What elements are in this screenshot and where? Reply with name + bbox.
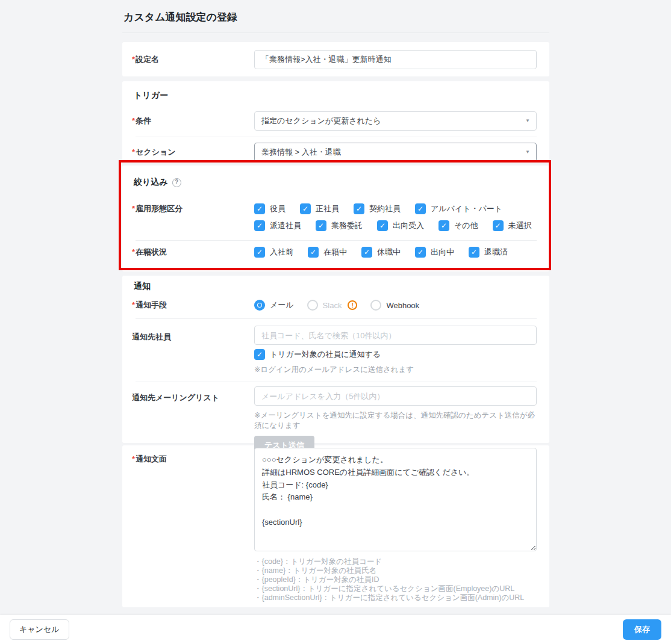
cancel-button[interactable]: キャンセル [10, 619, 69, 640]
checkbox-item[interactable]: ✓入社前 [254, 247, 293, 258]
recipient-employee-label: 通知先社員 [132, 326, 254, 342]
enrollment-checkbox-row: ✓入社前 ✓在籍中 ✓休職中 ✓出向中 ✓退職済 [254, 247, 537, 258]
form-content: カスタム通知設定の登録 *設定名 トリガー *条件 指定のセクションが更新された… [122, 0, 549, 607]
placeholder-legend: ・{code}：トリガー対象の社員コード ・{name}：トリガー対象の社員氏名… [254, 557, 537, 602]
checkbox-item[interactable]: ✓出向受入 [377, 220, 424, 231]
checkbox-label: 退職済 [484, 247, 508, 258]
page-title: カスタム通知設定の登録 [122, 0, 549, 24]
recipient-employee-search-input[interactable] [254, 326, 537, 345]
warning-icon: ! [348, 300, 357, 310]
checkbox-item[interactable]: ✓休職中 [361, 247, 401, 258]
checkbox-item[interactable]: ✓アルバイト・パート [415, 203, 502, 214]
mailing-list-input[interactable] [254, 386, 537, 406]
checkbox-checked-icon: ✓ [415, 203, 426, 214]
enrollment-status-label: *在籍状況 [132, 247, 254, 258]
condition-row: *条件 指定のセクションが更新されたら ▼ [122, 111, 549, 131]
checkbox-item[interactable]: ✓在籍中 [308, 247, 347, 258]
checkbox-checked-icon: ✓ [254, 349, 265, 360]
notification-heading: 通知 [122, 276, 549, 292]
employment-checkbox-row-2: ✓派遣社員 ✓業務委託 ✓出向受入 ✓その他 ✓未選択 [254, 220, 537, 231]
checkbox-checked-icon: ✓ [308, 247, 319, 258]
message-textarea[interactable]: ○○○セクションが変更されました。 詳細はHRMOS COREの社員詳細画面にて… [254, 448, 537, 551]
filter-card: 絞り込み ? *雇用形態区分 ✓役員 ✓正社員 ✓契約社員 ✓アルバイト・パート… [122, 166, 549, 271]
employment-type-label: *雇用形態区分 [132, 203, 254, 214]
save-button[interactable]: 保存 [623, 619, 661, 640]
checkbox-checked-icon: ✓ [415, 247, 426, 258]
required-mark: * [132, 147, 135, 156]
required-mark: * [132, 55, 135, 64]
required-mark: * [132, 247, 135, 256]
checkbox-checked-icon: ✓ [254, 203, 265, 214]
checkbox-label: 役員 [270, 203, 286, 214]
checkbox-checked-icon: ✓ [493, 220, 504, 231]
radio-dot [258, 303, 261, 307]
setting-name-input[interactable] [254, 50, 537, 69]
legend-item: ・{adminSectionUrl}：トリガーに指定されているセクション画面(A… [254, 593, 537, 602]
section-select[interactable]: 業務情報 > 入社・退職 ▼ [254, 143, 537, 162]
checkbox-item[interactable]: ✓業務委託 [316, 220, 363, 231]
legend-item: ・{name}：トリガー対象の社員氏名 [254, 566, 537, 575]
condition-select[interactable]: 指定のセクションが更新されたら ▼ [254, 111, 537, 131]
checkbox-label: その他 [454, 220, 478, 231]
divider [136, 382, 537, 382]
section-label: *セクション [132, 147, 254, 158]
radio-unselected-icon [370, 300, 381, 311]
checkbox-checked-icon: ✓ [316, 220, 326, 231]
checkbox-label: 契約社員 [369, 203, 401, 214]
checkbox-checked-icon: ✓ [377, 220, 388, 231]
mailing-list-note: ※メーリングリストを通知先に設定する場合は、通知先確認のためテスト送信が必須にな… [254, 410, 537, 431]
radio-mail[interactable]: メール [254, 300, 294, 311]
legend-item: ・{code}：トリガー対象の社員コード [254, 557, 537, 566]
radio-selected-icon [254, 300, 265, 311]
trigger-card: トリガー *条件 指定のセクションが更新されたら ▼ *セクション 業務情報 >… [122, 81, 549, 163]
checkbox-item[interactable]: ✓未選択 [493, 220, 532, 231]
checkbox-label: 出向受入 [393, 220, 424, 231]
checkbox-label: 派遣社員 [270, 220, 301, 231]
checkbox-label: 業務委託 [331, 220, 363, 231]
checkbox-item[interactable]: ✓出向中 [415, 247, 454, 258]
checkbox-checked-icon: ✓ [469, 247, 479, 258]
checkbox-item[interactable]: ✓その他 [438, 220, 478, 231]
checkbox-checked-icon: ✓ [254, 247, 265, 258]
legend-item: ・{sectionUrl}：トリガーに指定されているセクション画面(Employ… [254, 584, 537, 593]
required-mark: * [132, 454, 135, 463]
recipient-employee-row: 通知先社員 ✓ トリガー対象の社員に通知する ※ログイン用のメールアドレスに送信… [122, 326, 549, 375]
checkbox-checked-icon: ✓ [438, 220, 449, 231]
divider [122, 33, 549, 33]
checkbox-item[interactable]: ✓退職済 [469, 247, 508, 258]
enrollment-status-row: *在籍状況 ✓入社前 ✓在籍中 ✓休職中 ✓出向中 ✓退職済 [122, 247, 549, 258]
checkbox-checked-icon: ✓ [300, 203, 311, 214]
filter-heading: 絞り込み ? [122, 166, 549, 188]
checkbox-label: アルバイト・パート [431, 203, 502, 214]
checkbox-checked-icon: ✓ [361, 247, 372, 258]
radio-label: メール [270, 300, 294, 311]
notify-method-radio-group: メール Slack ! Webhook [254, 300, 537, 311]
setting-name-card: *設定名 [122, 42, 549, 76]
section-row: *セクション 業務情報 > 入社・退職 ▼ [122, 143, 549, 162]
mailing-list-row: 通知先メーリングリスト ※メーリングリストを通知先に設定する場合は、通知先確認の… [122, 386, 549, 455]
notify-trigger-target-checkbox[interactable]: ✓ トリガー対象の社員に通知する [254, 349, 537, 360]
chevron-down-icon: ▼ [525, 150, 530, 155]
checkbox-item[interactable]: ✓役員 [254, 203, 286, 214]
footer-bar: キャンセル 保存 [0, 615, 671, 644]
trigger-heading: トリガー [122, 81, 549, 101]
required-mark: * [132, 204, 135, 213]
legend-item: ・{peopleId}：トリガー対象の社員ID [254, 575, 537, 584]
notification-card: 通知 *通知手段 メール Slack ! [122, 276, 549, 443]
message-row: *通知文面 ○○○セクションが変更されました。 詳細はHRMOS COREの社員… [122, 448, 549, 602]
radio-label: Webhook [386, 301, 419, 310]
checkbox-item[interactable]: ✓正社員 [300, 203, 339, 214]
divider [136, 318, 537, 319]
condition-label: *条件 [132, 116, 254, 126]
divider [136, 240, 537, 241]
radio-slack[interactable]: Slack ! [307, 300, 358, 311]
checkbox-item[interactable]: ✓契約社員 [354, 203, 401, 214]
checkbox-item[interactable]: ✓派遣社員 [254, 220, 301, 231]
checkbox-label: 休職中 [377, 247, 401, 258]
help-icon[interactable]: ? [172, 178, 181, 187]
employment-type-row: *雇用形態区分 ✓役員 ✓正社員 ✓契約社員 ✓アルバイト・パート ✓派遣社員 … [122, 203, 549, 231]
checkbox-label: 在籍中 [323, 247, 347, 258]
radio-webhook[interactable]: Webhook [370, 300, 419, 311]
message-label: *通知文面 [132, 448, 254, 465]
divider [136, 137, 537, 137]
